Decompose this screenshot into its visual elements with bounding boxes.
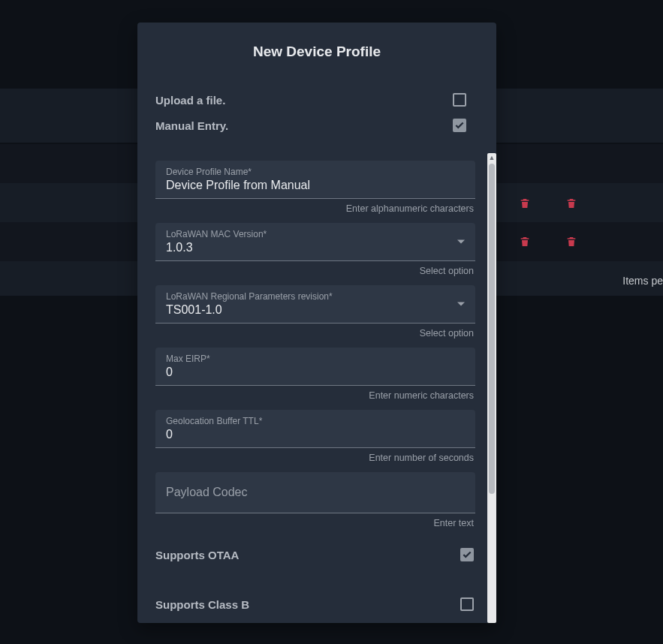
field-label: Device Profile Name* — [166, 167, 465, 177]
payload-codec-input[interactable] — [166, 486, 465, 499]
trash-icon[interactable] — [519, 197, 531, 209]
manual-entry-option[interactable]: Manual Entry. — [137, 113, 496, 138]
supports-otaa-row: Supports OTAA — [155, 537, 475, 572]
mac-version-field[interactable]: LoRaWAN MAC Version* 1.0.3 — [155, 223, 475, 261]
trash-icon[interactable] — [565, 197, 577, 209]
field-helper: Enter text — [155, 518, 474, 528]
supports-otaa-checkbox[interactable] — [460, 548, 474, 561]
manual-entry-checkbox[interactable] — [453, 119, 466, 132]
manual-entry-label: Manual Entry. — [155, 119, 228, 132]
items-per-page-label: Items pe — [622, 275, 663, 287]
device-profile-name-field[interactable]: Device Profile Name* — [155, 161, 475, 199]
field-label: LoRaWAN Regional Parameters revision* — [166, 291, 465, 302]
scrollbar[interactable]: ▲ — [487, 153, 496, 623]
supports-class-b-label: Supports Class B — [155, 598, 249, 611]
modal-title: New Device Profile — [137, 23, 496, 87]
field-helper: Enter alphanumeric characters — [155, 203, 474, 214]
scrollbar-up-arrow-icon[interactable]: ▲ — [487, 153, 496, 162]
upload-file-checkbox[interactable] — [453, 93, 466, 107]
field-helper: Enter numeric characters — [155, 390, 474, 401]
trash-icon[interactable] — [519, 236, 531, 248]
max-eirp-field[interactable]: Max EIRP* — [155, 348, 475, 386]
scrollbar-thumb[interactable] — [489, 164, 495, 494]
field-helper: Enter number of seconds — [155, 453, 474, 463]
supports-class-b-row: Supports Class B — [155, 587, 475, 621]
field-label: LoRaWAN MAC Version* — [166, 229, 465, 239]
chevron-down-icon[interactable] — [457, 240, 465, 244]
field-helper: Select option — [155, 266, 474, 276]
regional-params-field[interactable]: LoRaWAN Regional Parameters revision* TS… — [155, 285, 475, 324]
regional-params-value: TS001-1.0 — [166, 303, 465, 317]
field-label: Max EIRP* — [166, 354, 465, 364]
field-label: Geolocation Buffer TTL* — [166, 416, 465, 426]
upload-file-option[interactable]: Upload a file. — [137, 87, 496, 113]
geo-ttl-input[interactable] — [166, 428, 465, 441]
new-device-profile-modal: New Device Profile Upload a file. Manual… — [137, 23, 496, 623]
supports-class-b-checkbox[interactable] — [460, 597, 474, 611]
geo-ttl-field[interactable]: Geolocation Buffer TTL* — [155, 410, 475, 448]
max-eirp-input[interactable] — [166, 366, 465, 379]
trash-icon[interactable] — [565, 236, 577, 248]
form-scroll-area: Device Profile Name* Enter alphanumeric … — [137, 153, 487, 623]
payload-codec-field[interactable] — [155, 472, 475, 513]
device-profile-name-input[interactable] — [166, 179, 465, 192]
field-helper: Select option — [155, 328, 474, 339]
mac-version-value: 1.0.3 — [166, 241, 465, 254]
chevron-down-icon[interactable] — [457, 302, 465, 306]
upload-file-label: Upload a file. — [155, 94, 225, 107]
supports-otaa-label: Supports OTAA — [155, 549, 239, 561]
